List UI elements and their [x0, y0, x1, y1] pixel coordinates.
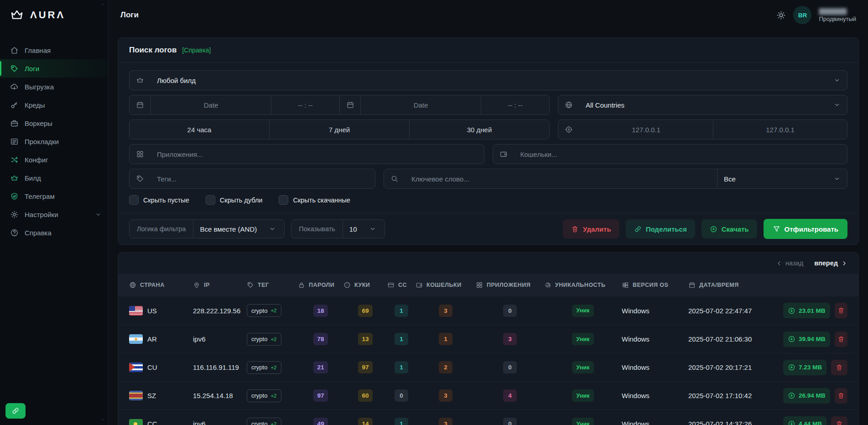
us-flag-icon: [129, 306, 143, 316]
app-window: ΛURΛ ГлавнаяЛогиВыгрузкаКредыВоркерыПрок…: [0, 0, 868, 425]
next-page-label: вперед: [814, 259, 838, 267]
tag-icon: [130, 169, 151, 188]
delete-button[interactable]: Удалить: [563, 219, 619, 238]
date-to-input[interactable]: [361, 95, 481, 114]
sidebar-item-help[interactable]: Справка: [0, 223, 108, 242]
unique-badge: Уник: [572, 333, 594, 345]
hide-duplicates-checkbox[interactable]: Скрыть дубли: [206, 195, 263, 205]
download-log-button[interactable]: 39.94 MB: [783, 332, 830, 347]
sidebar-item-build[interactable]: Билд: [0, 169, 108, 187]
date-from-input[interactable]: [151, 95, 271, 114]
delete-button-label: Удалить: [583, 225, 611, 233]
build-select[interactable]: Любой билд: [129, 70, 847, 90]
sidebar-item-proxies[interactable]: Прокладки: [0, 132, 108, 150]
cookies-badge: 13: [358, 333, 372, 345]
sidebar-item-label: Выгрузка: [25, 83, 54, 91]
link-fab-button[interactable]: [5, 403, 26, 419]
download-log-button[interactable]: 7.23 MB: [783, 360, 826, 375]
tag-badge[interactable]: crypto+2: [247, 389, 281, 402]
ip-cell: ipv6: [193, 335, 247, 343]
sidebar-item-workers[interactable]: Воркеры: [0, 114, 108, 132]
ip-from-input[interactable]: [579, 120, 713, 139]
next-page-button[interactable]: вперед: [814, 259, 847, 267]
keyword-input[interactable]: [405, 169, 717, 188]
avatar[interactable]: BR: [793, 6, 811, 24]
column-header: УНИКАЛЬНОСТЬ: [544, 281, 622, 289]
delete-log-button[interactable]: [835, 332, 847, 347]
country-code: CU: [147, 363, 157, 371]
filter-logic-select[interactable]: Все вместе (AND): [193, 220, 284, 238]
chevron-down-icon: [833, 101, 841, 109]
range-7d-button[interactable]: 7 дней: [269, 120, 409, 139]
range-24h-button[interactable]: 24 часа: [130, 120, 269, 139]
share-button-label: Поделиться: [646, 225, 687, 233]
wallet-icon: [493, 145, 514, 164]
apply-filter-button[interactable]: Отфильтровать: [764, 219, 847, 239]
theme-toggle-button[interactable]: [776, 10, 786, 20]
prev-page-button[interactable]: назад: [776, 259, 803, 267]
ip-cell: ipv6: [193, 420, 247, 425]
tag-badge[interactable]: crypto+2: [247, 418, 281, 425]
row-actions: 4.44 MB: [783, 416, 847, 425]
cc-badge: 1: [395, 361, 408, 373]
cookies-badge: 14: [358, 418, 372, 425]
column-header: КУКИ: [343, 281, 387, 289]
sidebar-scroll-up-icon[interactable]: [100, 2, 106, 7]
range-30d-button[interactable]: 30 дней: [409, 120, 549, 139]
funnel-icon: [773, 225, 780, 233]
globe-icon: [558, 95, 579, 114]
checkbox[interactable]: [206, 195, 215, 205]
country-cell: SZ: [129, 391, 193, 400]
download-button[interactable]: Скачать: [702, 219, 757, 238]
checkbox-label: Скрыть дубли: [220, 197, 263, 204]
tags-input[interactable]: [151, 169, 375, 188]
tag-badge[interactable]: crypto+2: [247, 304, 281, 317]
hide-empty-checkbox[interactable]: Скрыть пустые: [129, 195, 189, 205]
table-row: ARipv6crypto+27813113УникWindows2025-07-…: [118, 325, 858, 353]
time-to-input[interactable]: [481, 95, 549, 114]
sidebar-item-config[interactable]: Конфиг: [0, 150, 108, 169]
page-size-select[interactable]: 10: [343, 220, 385, 238]
ip-range-bar: [558, 119, 847, 140]
apps-input[interactable]: [151, 145, 484, 164]
tag-badge[interactable]: crypto+2: [247, 361, 281, 374]
sidebar-item-home[interactable]: Главная: [0, 41, 108, 59]
tags-filter-bar: [129, 169, 375, 189]
sidebar-item-label: Креды: [25, 101, 45, 109]
checkbox[interactable]: [279, 195, 288, 205]
checkbox[interactable]: [129, 195, 139, 205]
wallet-icon: [416, 281, 423, 289]
sidebar-item-label: Конфиг: [25, 156, 48, 164]
sidebar-item-telegram[interactable]: Телеграм: [0, 187, 108, 205]
column-header: ТЕГ: [247, 281, 298, 289]
ip-to-input[interactable]: [713, 120, 847, 139]
download-log-button[interactable]: 26.94 MB: [783, 388, 830, 404]
passwords-badge: 21: [313, 361, 327, 373]
time-from-input[interactable]: [271, 95, 339, 114]
build-select-value: Любой билд: [151, 77, 833, 84]
home-icon: [10, 46, 19, 55]
download-icon: [710, 225, 717, 233]
delete-log-button[interactable]: [831, 360, 847, 375]
delete-log-button[interactable]: [835, 303, 847, 318]
help-link[interactable]: [Справка]: [182, 47, 211, 54]
sidebar-item-logs[interactable]: Логи: [0, 59, 108, 78]
keyword-scope-select[interactable]: Все: [717, 169, 847, 188]
country-select[interactable]: All Countries: [558, 95, 847, 115]
tag-badge[interactable]: crypto+2: [247, 333, 281, 346]
wallets-input[interactable]: [514, 145, 847, 164]
hide-downloaded-checkbox[interactable]: Скрыть скачанные: [279, 195, 350, 205]
tgshield-icon: [10, 192, 19, 201]
target-icon: [558, 120, 579, 139]
delete-log-button[interactable]: [831, 416, 847, 425]
download-log-button[interactable]: 4.44 MB: [783, 416, 826, 425]
ip-cell: 15.254.14.18: [193, 392, 247, 399]
share-button[interactable]: Поделиться: [626, 219, 695, 238]
download-log-button[interactable]: 23.01 MB: [783, 303, 830, 318]
sidebar-scroll-down-icon[interactable]: [100, 417, 106, 422]
sidebar-item-creds[interactable]: Креды: [0, 96, 108, 114]
delete-log-button[interactable]: [835, 388, 847, 404]
sidebar-item-export[interactable]: Выгрузка: [0, 78, 108, 96]
table-row: US228.222.129.56crypto+21869130УникWindo…: [118, 296, 858, 325]
sidebar-item-settings[interactable]: Настройки: [0, 205, 108, 223]
